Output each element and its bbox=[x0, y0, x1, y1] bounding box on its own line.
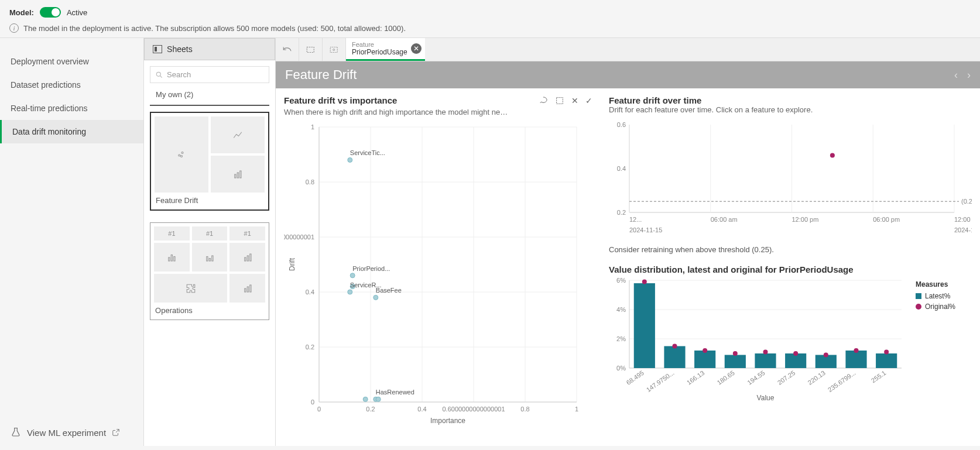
sidebar-item-data-drift-monitoring[interactable]: Data drift monitoring bbox=[0, 120, 143, 143]
next-sheet-button[interactable]: › bbox=[967, 69, 971, 81]
svg-text:0.8: 0.8 bbox=[306, 178, 314, 186]
sheets-icon bbox=[153, 45, 162, 53]
cancel-icon[interactable]: ✕ bbox=[571, 96, 578, 105]
svg-text:12:00 am: 12:00 am bbox=[954, 216, 972, 223]
svg-point-63 bbox=[363, 397, 368, 401]
svg-point-104 bbox=[642, 280, 647, 284]
svg-text:255.1: 255.1 bbox=[870, 369, 887, 384]
svg-text:235.6799...: 235.6799... bbox=[827, 369, 857, 393]
confirm-icon[interactable]: ✓ bbox=[585, 96, 592, 105]
sheet-card-feature-drift[interactable]: Feature Drift bbox=[150, 112, 269, 211]
svg-point-59 bbox=[374, 295, 378, 300]
sheets-button-label: Sheets bbox=[167, 44, 193, 54]
svg-text:1: 1 bbox=[575, 406, 578, 413]
smart-search-button[interactable] bbox=[323, 38, 346, 61]
svg-rect-14 bbox=[244, 257, 245, 261]
view-ml-experiment-link[interactable]: View ML experiment bbox=[0, 419, 143, 446]
kpi-header: #1 bbox=[229, 226, 265, 241]
selection-tool-button[interactable] bbox=[299, 38, 323, 61]
scatter-chart-title: Feature drift vs importance bbox=[284, 95, 397, 105]
svg-text:0%: 0% bbox=[616, 365, 626, 372]
svg-point-0 bbox=[156, 72, 160, 76]
svg-point-106 bbox=[703, 348, 707, 353]
scatter-plot[interactable]: 000.20.20.40.40.60000000000000010.600000… bbox=[284, 121, 592, 439]
svg-point-111 bbox=[854, 348, 859, 353]
bar-chart-icon bbox=[211, 156, 265, 193]
svg-rect-16 bbox=[249, 254, 251, 261]
legend-item-original[interactable]: Original% bbox=[916, 303, 955, 311]
time-chart[interactable]: 0.20.40.612...2024-11-1506:00 am12:00 pm… bbox=[609, 119, 972, 242]
svg-text:4%: 4% bbox=[616, 306, 626, 313]
svg-text:0.2: 0.2 bbox=[617, 209, 626, 216]
svg-text:0.8: 0.8 bbox=[520, 406, 529, 413]
svg-text:0: 0 bbox=[317, 406, 321, 413]
my-own-tab[interactable]: My own (2) bbox=[150, 83, 269, 106]
svg-text:2024-11-16: 2024-11-16 bbox=[954, 226, 972, 233]
svg-point-22 bbox=[333, 49, 334, 50]
threshold-note: Consider retraining when above threshold… bbox=[609, 245, 972, 254]
external-link-icon bbox=[112, 428, 120, 437]
svg-text:0.6000000000000001: 0.6000000000000001 bbox=[284, 233, 314, 241]
svg-text:0.2: 0.2 bbox=[366, 406, 375, 413]
sheet-card-operations[interactable]: #1 #1 #1 Operations bbox=[150, 222, 269, 320]
svg-rect-23 bbox=[557, 97, 563, 104]
svg-text:180.65: 180.65 bbox=[716, 369, 736, 386]
time-chart-title: Feature drift over time bbox=[609, 95, 972, 105]
scatter-chart-subtitle: When there is high drift and high import… bbox=[284, 108, 592, 116]
svg-rect-9 bbox=[172, 255, 173, 261]
svg-line-1 bbox=[160, 75, 162, 77]
info-icon: i bbox=[9, 23, 19, 33]
prev-sheet-button[interactable]: ‹ bbox=[954, 69, 958, 81]
svg-text:0.6: 0.6 bbox=[617, 121, 626, 128]
svg-point-105 bbox=[673, 344, 677, 349]
svg-text:6%: 6% bbox=[616, 277, 626, 284]
svg-rect-102 bbox=[845, 351, 866, 368]
sheet-title: Operations bbox=[154, 303, 265, 316]
svg-point-107 bbox=[733, 351, 738, 356]
legend-title: Measures bbox=[916, 280, 955, 288]
bar-chart-icon bbox=[229, 274, 265, 303]
kpi-header: #1 bbox=[192, 226, 228, 241]
svg-text:06:00 am: 06:00 am bbox=[711, 216, 738, 223]
dist-chart[interactable]: 0%2%4%6%68.495147.9750...166.13180.65194… bbox=[609, 274, 972, 409]
svg-text:ServiceTic...: ServiceTic... bbox=[350, 149, 385, 156]
svg-text:194.55: 194.55 bbox=[746, 369, 766, 386]
svg-text:2024-11-15: 2024-11-15 bbox=[629, 226, 662, 233]
lasso-icon[interactable] bbox=[539, 96, 548, 105]
page-title-bar: Feature Drift ‹ › bbox=[276, 61, 980, 88]
feature-tab-label: Feature bbox=[352, 41, 407, 48]
svg-rect-5 bbox=[235, 174, 236, 178]
feature-filter-tab[interactable]: Feature PriorPeriodUsage ✕ bbox=[346, 38, 425, 61]
bar-chart-icon bbox=[154, 243, 190, 272]
svg-text:12...: 12... bbox=[629, 216, 642, 223]
svg-rect-98 bbox=[725, 355, 746, 369]
undo-selection-button[interactable] bbox=[276, 38, 299, 61]
legend-item-latest[interactable]: Latest% bbox=[916, 292, 955, 300]
svg-rect-8 bbox=[169, 257, 170, 261]
svg-text:BaseFee: BaseFee bbox=[376, 287, 402, 294]
selection-icon[interactable] bbox=[555, 96, 564, 105]
svg-point-57 bbox=[348, 290, 352, 294]
svg-rect-19 bbox=[249, 285, 251, 292]
kpi-header: #1 bbox=[154, 226, 190, 241]
puzzle-icon bbox=[154, 274, 227, 303]
sidebar-item-realtime-predictions[interactable]: Real-time predictions bbox=[0, 97, 143, 120]
svg-text:1: 1 bbox=[311, 123, 314, 130]
sidebar-item-dataset-predictions[interactable]: Dataset predictions bbox=[0, 73, 143, 97]
model-active-toggle[interactable] bbox=[40, 7, 61, 18]
close-icon[interactable]: ✕ bbox=[411, 43, 422, 54]
sheets-button[interactable]: Sheets bbox=[144, 38, 275, 60]
svg-point-52 bbox=[348, 157, 352, 162]
svg-text:0.4: 0.4 bbox=[417, 406, 426, 413]
feature-tab-value: PriorPeriodUsage bbox=[352, 48, 407, 56]
svg-text:12:00 pm: 12:00 pm bbox=[792, 216, 819, 223]
svg-text:207.25: 207.25 bbox=[776, 369, 796, 386]
sidebar-item-deployment-overview[interactable]: Deployment overview bbox=[0, 50, 143, 73]
svg-rect-10 bbox=[174, 256, 175, 261]
sheets-search-input[interactable]: Search bbox=[150, 66, 269, 83]
svg-rect-13 bbox=[212, 256, 213, 261]
svg-point-109 bbox=[793, 351, 798, 356]
svg-point-3 bbox=[181, 152, 183, 154]
svg-text:HasRenewed: HasRenewed bbox=[376, 389, 414, 396]
svg-rect-12 bbox=[209, 258, 210, 261]
